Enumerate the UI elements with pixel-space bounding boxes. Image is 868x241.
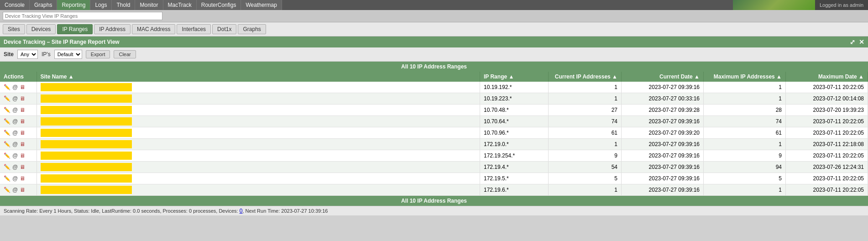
edit-icon[interactable]: ✏️ [4, 175, 10, 182]
tab-dot1x[interactable]: Dot1x [212, 24, 236, 34]
view-icon[interactable]: @ [12, 175, 18, 182]
ips-default-select[interactable]: Default [54, 50, 82, 59]
col-current-ips[interactable]: Current IP Addresses ▲ [549, 72, 622, 82]
site-any-select[interactable]: Any [17, 50, 38, 59]
current-date-cell: 2023-07-27 09:39:16 [622, 82, 704, 93]
devices-link[interactable]: 0 [240, 208, 243, 214]
nav-mactrack[interactable]: MacTrack [163, 0, 197, 10]
site-name-cell [37, 150, 480, 162]
close-icon[interactable]: ✕ [859, 38, 864, 46]
tab-ip-ranges[interactable]: IP Ranges [57, 24, 93, 34]
filter-bar: Site Any IP's Default Export Clear [0, 47, 868, 62]
edit-icon[interactable]: ✏️ [4, 187, 10, 193]
clear-button[interactable]: Clear [114, 50, 136, 58]
site-label: Site [4, 51, 14, 58]
max-date-cell: 2023-07-11 22:18:08 [786, 139, 868, 150]
view-icon[interactable]: @ [12, 141, 18, 147]
current-ips-cell: 74 [549, 116, 622, 127]
edit-icon[interactable]: ✏️ [4, 164, 10, 170]
current-ips-cell: 27 [549, 105, 622, 116]
sort-arrow-site: ▲ [68, 73, 74, 80]
max-ips-cell: 28 [704, 105, 786, 116]
nav-monitor[interactable]: Monitor [135, 0, 163, 10]
table-row: ✏️ @ 🖥 10.70.64.*742023-07-27 09:39:1674… [0, 116, 868, 127]
actions-cell: ✏️ @ 🖥 [0, 105, 37, 116]
current-date-cell: 2023-07-27 09:39:20 [622, 127, 704, 139]
table-row: ✏️ @ 🖥 10.19.192.*12023-07-27 09:39:1612… [0, 82, 868, 93]
current-date-cell: 2023-07-27 00:33:16 [622, 93, 704, 105]
search-input[interactable] [3, 12, 162, 20]
edit-icon[interactable]: ✏️ [4, 107, 10, 113]
actions-cell: ✏️ @ 🖥 [0, 139, 37, 150]
tab-sites[interactable]: Sites [3, 24, 25, 34]
edit-icon[interactable]: ✏️ [4, 152, 10, 159]
nav-graphs[interactable]: Graphs [30, 0, 57, 10]
max-date-cell: 2023-07-11 20:22:05 [786, 127, 868, 139]
delete-icon[interactable]: 🖥 [20, 164, 25, 170]
tab-devices[interactable]: Devices [26, 24, 56, 34]
current-date-cell: 2023-07-27 09:39:28 [622, 105, 704, 116]
max-date-cell: 2023-07-26 12:24:31 [786, 162, 868, 173]
delete-icon[interactable]: 🖥 [20, 187, 25, 193]
edit-icon[interactable]: ✏️ [4, 141, 10, 147]
view-icon[interactable]: @ [12, 118, 18, 125]
delete-icon[interactable]: 🖥 [20, 152, 25, 159]
nav-routerconfigs[interactable]: RouterConfigs [197, 0, 241, 10]
table-container: All 10 IP Address Ranges Actions Site Na… [0, 62, 868, 206]
edit-icon[interactable]: ✏️ [4, 84, 10, 90]
site-name-cell [37, 105, 480, 116]
tab-graphs[interactable]: Graphs [238, 24, 266, 34]
col-current-date[interactable]: Current Date ▲ [622, 72, 704, 82]
delete-icon[interactable]: 🖥 [20, 175, 25, 182]
ip-range-cell: 172.19.0.* [480, 139, 549, 150]
actions-cell: ✏️ @ 🖥 [0, 82, 37, 93]
delete-icon[interactable]: 🖥 [20, 84, 25, 90]
table-row: ✏️ @ 🖥 172.19.5.*52023-07-27 09:39:16520… [0, 173, 868, 184]
page-title: Device Tracking – Site IP Range Report V… [4, 39, 120, 45]
nav-console[interactable]: Console [0, 0, 30, 10]
delete-icon[interactable]: 🖥 [20, 95, 25, 102]
col-actions[interactable]: Actions [0, 72, 37, 82]
view-icon[interactable]: @ [12, 152, 18, 159]
edit-icon[interactable]: ✏️ [4, 118, 10, 125]
expand-icon[interactable]: ⤢ [850, 38, 855, 46]
max-ips-cell: 1 [704, 139, 786, 150]
view-icon[interactable]: @ [12, 107, 18, 113]
table-row: ✏️ @ 🖥 172.19.254.*92023-07-27 09:39:169… [0, 150, 868, 162]
site-name-cell [37, 116, 480, 127]
col-site-name[interactable]: Site Name ▲ [37, 72, 480, 82]
nav-reporting[interactable]: Reporting [57, 0, 90, 10]
col-max-date[interactable]: Maximum Date ▲ [786, 72, 868, 82]
view-icon[interactable]: @ [12, 164, 18, 170]
current-date-cell: 2023-07-27 09:39:16 [622, 173, 704, 184]
ip-range-cell: 10.70.64.* [480, 116, 549, 127]
view-icon[interactable]: @ [12, 187, 18, 193]
nav-logs[interactable]: Logs [90, 0, 112, 10]
current-date-cell: 2023-07-27 09:39:16 [622, 139, 704, 150]
delete-icon[interactable]: 🖥 [20, 107, 25, 113]
tab-interfaces[interactable]: Interfaces [177, 24, 211, 34]
max-date-cell: 2023-07-11 20:22:05 [786, 150, 868, 162]
delete-icon[interactable]: 🖥 [20, 130, 25, 136]
edit-icon[interactable]: ✏️ [4, 130, 10, 136]
current-date-cell: 2023-07-27 09:39:16 [622, 150, 704, 162]
search-bar [0, 10, 868, 22]
tab-mac-address[interactable]: MAC Address [132, 24, 175, 34]
page-header-icons: ⤢ ✕ [850, 38, 864, 46]
nav-weathermap[interactable]: Weathermap [241, 0, 282, 10]
col-ip-range[interactable]: IP Range ▲ [480, 72, 549, 82]
delete-icon[interactable]: 🖥 [20, 141, 25, 147]
col-max-ips[interactable]: Maximum IP Addresses ▲ [704, 72, 786, 82]
max-date-cell: 2023-07-11 20:22:05 [786, 173, 868, 184]
view-icon[interactable]: @ [12, 84, 18, 90]
edit-icon[interactable]: ✏️ [4, 95, 10, 102]
view-icon[interactable]: @ [12, 95, 18, 102]
actions-cell: ✏️ @ 🖥 [0, 127, 37, 139]
nav-thold[interactable]: Thold [112, 0, 135, 10]
max-ips-cell: 94 [704, 162, 786, 173]
delete-icon[interactable]: 🖥 [20, 118, 25, 125]
tab-ip-address[interactable]: IP Address [94, 24, 131, 34]
export-button[interactable]: Export [86, 50, 110, 58]
site-name-cell [37, 162, 480, 173]
view-icon[interactable]: @ [12, 130, 18, 136]
